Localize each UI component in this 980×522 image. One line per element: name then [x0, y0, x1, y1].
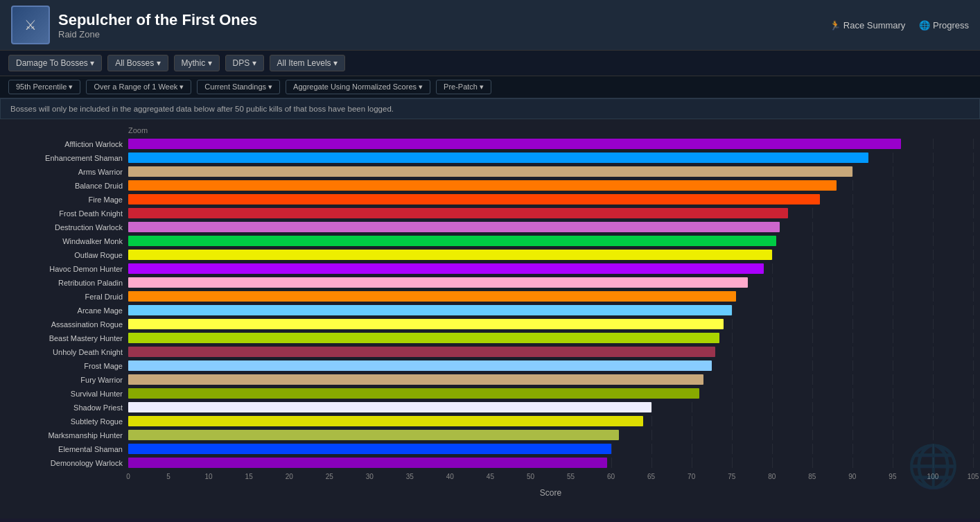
x-axis-ticks: 0510152025303540455055606570758085909510…	[128, 473, 973, 487]
bar-fill	[128, 333, 719, 343]
bar-fill	[128, 180, 837, 191]
x-axis-label: Score	[7, 488, 973, 498]
bar-fill	[128, 458, 607, 468]
bar-fill	[128, 416, 643, 426]
bar-track	[128, 263, 973, 274]
bar-label: Outlaw Rogue	[7, 251, 128, 259]
bar-track	[128, 402, 973, 412]
bar-track	[128, 333, 973, 343]
bar-label: Fire Mage	[7, 195, 128, 204]
bar-fill	[128, 194, 820, 205]
bar-track	[128, 166, 973, 177]
x-tick: 30	[366, 473, 374, 480]
bar-label: Arcane Mage	[7, 306, 128, 315]
x-tick: 0	[126, 473, 130, 480]
bar-track	[128, 194, 973, 205]
header-left: ⚔ Sepulcher of the First Ones Raid Zone	[11, 6, 257, 44]
bar-fill	[128, 430, 619, 440]
bar-track	[128, 305, 973, 315]
bar-fill	[128, 402, 651, 412]
x-tick: 25	[326, 473, 333, 480]
all-item-levels-button[interactable]: All Item Levels ▾	[270, 55, 345, 71]
bar-fill	[128, 139, 901, 149]
bar-track	[128, 139, 973, 149]
bar-row: Subtlety Rogue	[7, 415, 973, 428]
dps-button[interactable]: DPS ▾	[225, 55, 264, 71]
bar-chart: Affliction WarlockEnhancement ShamanArms…	[7, 137, 973, 470]
x-tick: 55	[567, 473, 575, 480]
bar-row: Unholy Death Knight	[7, 345, 973, 358]
bar-fill	[128, 305, 732, 315]
x-tick: 80	[768, 473, 776, 480]
bar-row: Frost Mage	[7, 359, 973, 372]
x-tick: 90	[848, 473, 856, 480]
bar-fill	[128, 222, 780, 232]
x-tick: 45	[487, 473, 494, 480]
bar-track	[128, 236, 973, 246]
bar-label: Affliction Warlock	[7, 140, 128, 148]
toolbar: Damage To Bosses ▾All Bosses ▾Mythic ▾DP…	[0, 51, 980, 76]
bar-track	[128, 319, 973, 329]
header: ⚔ Sepulcher of the First Ones Raid Zone …	[0, 0, 980, 51]
progress-link[interactable]: 🌐 Progress	[919, 20, 969, 31]
bar-track	[128, 347, 973, 357]
bar-label: Unholy Death Knight	[7, 348, 128, 356]
bar-row: Demonology Warlock	[7, 456, 973, 469]
bar-track	[128, 430, 973, 440]
bar-label: Balance Druid	[7, 182, 128, 190]
bar-row: Assassination Rogue	[7, 317, 973, 331]
bar-label: Survival Hunter	[7, 390, 128, 398]
pre-patch-button[interactable]: Pre-Patch ▾	[436, 80, 491, 94]
bar-row: Survival Hunter	[7, 387, 973, 400]
x-axis: 0510152025303540455055606570758085909510…	[7, 473, 973, 487]
bar-row: Fire Mage	[7, 193, 973, 206]
bar-label: Arms Warrior	[7, 168, 128, 176]
bar-fill	[128, 388, 699, 399]
bar-row: Havoc Demon Hunter	[7, 262, 973, 275]
zoom-label: Zoom	[128, 126, 973, 134]
mythic-button[interactable]: Mythic ▾	[174, 55, 220, 71]
all-bosses-button[interactable]: All Bosses ▾	[107, 55, 168, 71]
bar-label: Havoc Demon Hunter	[7, 265, 128, 273]
bar-fill	[128, 166, 852, 177]
bar-row: Arcane Mage	[7, 304, 973, 317]
bar-fill	[128, 263, 764, 274]
bar-fill	[128, 153, 868, 163]
x-tick: 65	[647, 473, 655, 480]
bar-row: Affliction Warlock	[7, 137, 973, 150]
bar-track	[128, 374, 973, 385]
sub-toolbar: 95th Percentile ▾Over a Range of 1 Week …	[0, 76, 980, 98]
bar-row: Elemental Shaman	[7, 442, 973, 455]
x-tick: 20	[286, 473, 293, 480]
damage-to-bosses-button[interactable]: Damage To Bosses ▾	[8, 55, 102, 71]
x-tick: 105	[968, 473, 979, 480]
bar-fill	[128, 208, 788, 218]
notice-bar: Bosses will only be included in the aggr…	[0, 98, 980, 119]
bar-label: Retribution Paladin	[7, 279, 128, 287]
x-tick: 85	[808, 473, 816, 480]
bar-fill	[128, 444, 611, 454]
race-summary-link[interactable]: 🏃 Race Summary	[830, 20, 905, 31]
page-title: Sepulcher of the First Ones	[58, 11, 257, 29]
bar-fill	[128, 374, 703, 385]
chart-area: Zoom Affliction WarlockEnhancement Shama…	[0, 119, 980, 519]
bar-label: Subtlety Rogue	[7, 417, 128, 426]
bar-track	[128, 291, 973, 302]
bar-row: Frost Death Knight	[7, 207, 973, 220]
bar-row: Shadow Priest	[7, 401, 973, 414]
header-titles: Sepulcher of the First Ones Raid Zone	[58, 11, 257, 40]
bar-label: Feral Druid	[7, 293, 128, 301]
aggregate-button[interactable]: Aggregate Using Normalized Scores ▾	[286, 80, 430, 94]
bar-label: Assassination Rogue	[7, 320, 128, 329]
bar-row: Retribution Paladin	[7, 276, 973, 289]
standings-button[interactable]: Current Standings ▾	[197, 80, 280, 94]
time-range-button[interactable]: Over a Range of 1 Week ▾	[86, 80, 191, 94]
bar-row: Fury Warrior	[7, 373, 973, 386]
bar-label: Elemental Shaman	[7, 445, 128, 453]
x-tick: 70	[688, 473, 695, 480]
percentile-button[interactable]: 95th Percentile ▾	[8, 80, 80, 94]
bar-fill	[128, 360, 712, 371]
bar-fill	[128, 277, 748, 288]
x-tick: 60	[607, 473, 615, 480]
bar-track	[128, 250, 973, 260]
